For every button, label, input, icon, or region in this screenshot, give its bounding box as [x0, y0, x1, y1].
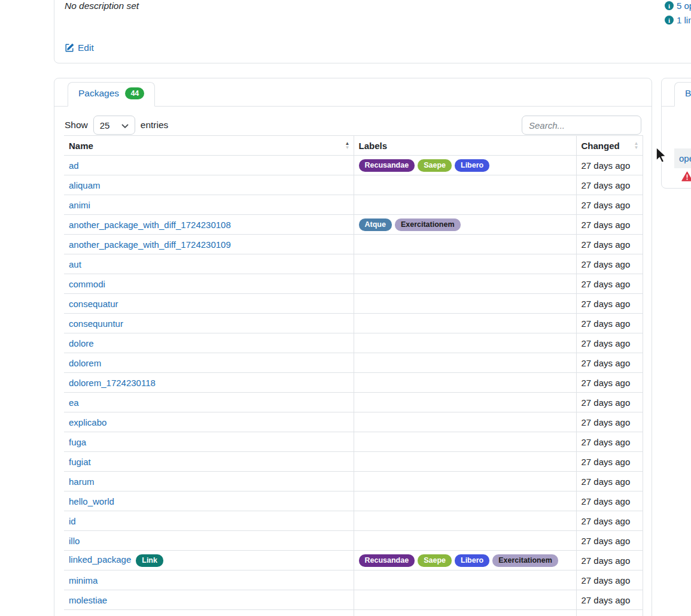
- package-link[interactable]: consequatur: [69, 299, 118, 309]
- label-badge: Exercitationem: [395, 219, 461, 231]
- tab-build-results[interactable]: Bu: [674, 82, 691, 107]
- labels-cell: [354, 412, 576, 432]
- name-cell: explicabo: [64, 412, 354, 432]
- name-cell: fuga: [64, 432, 354, 452]
- package-link[interactable]: hello_world: [69, 496, 114, 506]
- package-link[interactable]: dolorem: [69, 358, 101, 368]
- label-badge: Recusandae: [359, 554, 415, 567]
- changed-cell: 27 days ago: [576, 353, 643, 373]
- tab-build-results-label: Bu: [685, 88, 691, 98]
- column-header-name[interactable]: Name ▲▼: [64, 136, 354, 156]
- labels-cell: RecusandaeSaepeLibero: [354, 156, 576, 175]
- link-badge: Link: [136, 554, 163, 567]
- package-link[interactable]: illo: [69, 536, 80, 546]
- table-row: fuga 27 days ago: [64, 432, 643, 452]
- labels-cell: [354, 353, 576, 373]
- package-link[interactable]: another_package_with_diff_1724230109: [69, 239, 231, 250]
- changed-cell: 27 days ago: [576, 314, 643, 333]
- column-header-changed-label: Changed: [582, 141, 620, 151]
- labels-cell: [354, 491, 576, 511]
- info-circle-icon: i: [665, 16, 674, 25]
- package-link[interactable]: dolorem_1724230118: [69, 378, 156, 388]
- package-link[interactable]: explicabo: [69, 417, 106, 427]
- name-cell: harum: [64, 472, 354, 491]
- package-link[interactable]: animi: [69, 200, 90, 210]
- labels-cell: [354, 254, 576, 274]
- table-row: molestiae 27 days ago: [64, 590, 643, 610]
- name-cell: hello_world: [64, 491, 354, 511]
- packages-table: Name ▲▼ Labels Changed ▲▼ ad RecusandaeS…: [64, 135, 643, 616]
- labels-cell: [354, 472, 576, 491]
- label-badge: Saepe: [418, 159, 452, 172]
- package-link[interactable]: fuga: [69, 437, 86, 447]
- package-link[interactable]: aliquam: [69, 180, 101, 190]
- changed-cell: 27 days ago: [576, 590, 643, 610]
- name-cell: aliquam: [64, 175, 354, 195]
- packages-tabs-row: Packages 44: [54, 82, 652, 107]
- packages-count-badge: 44: [125, 87, 144, 99]
- changed-cell: 27 days ago: [576, 511, 643, 531]
- package-link[interactable]: consequuntur: [69, 318, 123, 329]
- package-link[interactable]: aut: [69, 259, 81, 269]
- tab-packages[interactable]: Packages 44: [68, 82, 155, 107]
- changed-cell: 27 days ago: [576, 195, 643, 215]
- info-circle-icon: i: [665, 1, 674, 10]
- column-header-changed[interactable]: Changed ▲▼: [576, 136, 643, 156]
- page-size-select[interactable]: 25: [93, 116, 135, 135]
- labels-cell: [354, 373, 576, 393]
- package-link[interactable]: linked_package: [69, 554, 131, 565]
- page-size-value: 25: [100, 120, 110, 131]
- package-link[interactable]: harum: [69, 477, 95, 487]
- repository-link[interactable]: ope: [679, 153, 691, 163]
- changed-cell: 27 days ago: [576, 254, 643, 274]
- changed-cell: 27 days ago: [576, 215, 643, 235]
- table-row: aut 27 days ago: [64, 254, 643, 274]
- labels-cell: [354, 511, 576, 531]
- label-badge: Saepe: [418, 554, 452, 567]
- package-link[interactable]: ea: [69, 397, 79, 408]
- table-row: aliquam 27 days ago: [64, 175, 643, 195]
- warning-triangle-icon[interactable]: [681, 171, 691, 181]
- changed-cell: 27 days ago: [576, 610, 643, 616]
- edit-link[interactable]: Edit: [65, 43, 94, 53]
- package-link[interactable]: ad: [69, 160, 79, 171]
- table-row: hello_world 27 days ago: [64, 491, 643, 511]
- linked-projects-link[interactable]: 1 lin: [677, 15, 691, 25]
- changed-cell: 27 days ago: [576, 571, 643, 590]
- package-link[interactable]: commodi: [69, 279, 105, 289]
- entries-label: entries: [141, 120, 169, 131]
- labels-cell: RecusandaeSaepeLiberoExercitationem: [354, 551, 576, 571]
- name-cell: animi: [64, 195, 354, 215]
- name-cell: commodi: [64, 274, 354, 294]
- project-description-card: No description set Edit: [54, 0, 691, 63]
- package-link[interactable]: dolore: [69, 338, 94, 348]
- package-link[interactable]: fugiat: [69, 457, 91, 467]
- table-row: illo 27 days ago: [64, 531, 643, 551]
- labels-cell: [354, 432, 576, 452]
- package-link[interactable]: another_package_with_diff_1724230108: [69, 220, 231, 230]
- search-input[interactable]: [522, 116, 641, 135]
- table-row: minima 27 days ago: [64, 571, 643, 590]
- name-cell: fugiat: [64, 452, 354, 472]
- open-requests-link[interactable]: 5 op: [677, 1, 691, 11]
- table-header-row: Name ▲▼ Labels Changed ▲▼: [64, 136, 643, 156]
- labels-cell: [354, 314, 576, 333]
- build-tabs-row: Bu: [662, 82, 691, 107]
- table-row: consequatur 27 days ago: [64, 294, 643, 314]
- table-row: id 27 days ago: [64, 511, 643, 531]
- column-header-labels-label: Labels: [359, 141, 388, 151]
- package-link[interactable]: id: [69, 516, 76, 526]
- package-link[interactable]: molestiae: [69, 595, 107, 605]
- repository-row: ope: [674, 148, 691, 168]
- changed-cell: 27 days ago: [576, 432, 643, 452]
- table-row: explicabo 27 days ago: [64, 412, 643, 432]
- labels-cell: [354, 610, 576, 616]
- changed-cell: 27 days ago: [576, 393, 643, 412]
- package-link[interactable]: minima: [69, 575, 98, 585]
- changed-cell: 27 days ago: [576, 472, 643, 491]
- labels-cell: [354, 175, 576, 195]
- table-row: consequuntur 27 days ago: [64, 314, 643, 333]
- page: { "description_card": { "no_description_…: [0, 0, 691, 616]
- table-row: another_package_with_diff_1724230109 27 …: [64, 235, 643, 254]
- label-badge: Exercitationem: [492, 554, 558, 567]
